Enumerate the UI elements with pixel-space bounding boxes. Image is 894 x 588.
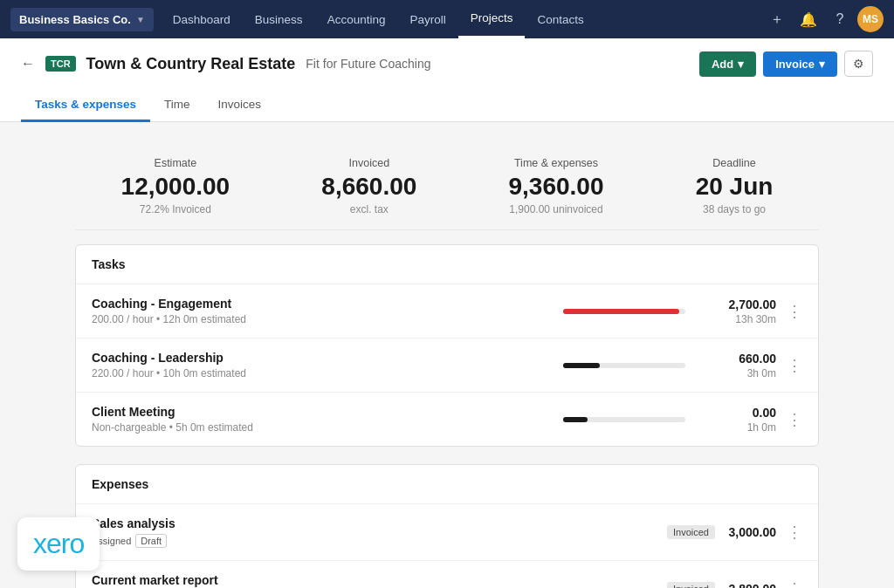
project-actions: Add ▾ Invoice ▾ ⚙: [699, 51, 873, 77]
task-meta: 220.00 / hour • 10h 0m estimated: [92, 367, 542, 379]
tasks-section-header: Tasks: [76, 245, 818, 284]
back-button[interactable]: ←: [21, 56, 35, 72]
stat-estimate-value: 12,000.00: [121, 173, 230, 201]
expense-name: Sales analysis: [92, 516, 667, 530]
stats-row: Estimate 12,000.00 72.2% Invoiced Invoic…: [75, 140, 819, 230]
stat-invoiced: Invoiced 8,660.00 excl. tax: [321, 157, 416, 215]
task-time: 3h 0m: [706, 367, 776, 379]
stat-invoiced-value: 8,660.00: [321, 173, 416, 201]
task-progress-bar: [563, 417, 685, 422]
nav-projects[interactable]: Projects: [458, 0, 526, 38]
org-badge: TCR: [45, 56, 76, 72]
stat-deadline-sub: 38 days to go: [696, 203, 774, 215]
task-time: 1h 0m: [706, 421, 776, 434]
stat-deadline-label: Deadline: [696, 157, 774, 169]
task-menu-button[interactable]: ⋮: [787, 410, 802, 429]
expense-menu-button[interactable]: ⋮: [787, 523, 802, 542]
stat-time-expenses-sub: 1,900.00 uninvoiced: [509, 203, 604, 215]
brand-chevron-icon: ▼: [136, 15, 145, 24]
nav-payroll[interactable]: Payroll: [397, 0, 457, 38]
stat-invoiced-sub: excl. tax: [321, 203, 416, 215]
stat-deadline: Deadline 20 Jun 38 days to go: [696, 157, 774, 215]
progress-fill: [563, 417, 588, 422]
nav-business[interactable]: Business: [243, 0, 315, 38]
progress-track: [563, 363, 685, 368]
table-row: Sales analysis Assigned Draft Invoiced 3…: [76, 504, 818, 561]
task-progress-bar: [563, 309, 685, 314]
task-name: Coaching - Engagement: [92, 297, 542, 311]
task-info: Coaching - Leadership 220.00 / hour • 10…: [92, 351, 542, 379]
expenses-section-header: Expenses: [76, 465, 818, 504]
invoiced-badge: Invoiced: [667, 525, 715, 539]
expense-meta: Assigned Draft: [92, 534, 667, 548]
expense-menu-button[interactable]: ⋮: [787, 579, 802, 588]
task-name: Client Meeting: [92, 405, 542, 419]
expenses-section: Expenses Sales analysis Assigned Draft I…: [75, 464, 819, 588]
task-amounts: 0.00 1h 0m: [706, 406, 776, 434]
task-name: Coaching - Leadership: [92, 351, 542, 365]
settings-button[interactable]: ⚙: [844, 51, 873, 77]
tab-time[interactable]: Time: [150, 89, 204, 122]
help-icon[interactable]: ?: [826, 5, 854, 33]
tab-tasks-expenses[interactable]: Tasks & expenses: [21, 89, 150, 122]
brand-menu[interactable]: Business Basics Co. ▼: [10, 8, 154, 31]
nav-links: Dashboard Business Accounting Payroll Pr…: [161, 0, 763, 38]
invoice-chevron-icon: ▾: [819, 58, 825, 71]
expense-name: Current market report: [92, 573, 667, 587]
task-amount: 660.00: [706, 352, 776, 366]
nav-right-actions: ＋ 🔔 ? MS: [763, 5, 884, 33]
table-row: Coaching - Leadership 220.00 / hour • 10…: [76, 338, 818, 393]
tasks-section: Tasks Coaching - Engagement 200.00 / hou…: [75, 244, 819, 447]
task-amount: 2,700.00: [706, 297, 776, 311]
expense-info: Sales analysis Assigned Draft: [92, 516, 667, 548]
progress-track: [563, 417, 685, 422]
main-content: Estimate 12,000.00 72.2% Invoiced Invoic…: [54, 140, 840, 588]
add-chevron-icon: ▾: [738, 58, 744, 71]
tab-bar: Tasks & expenses Time Invoices: [21, 85, 873, 121]
expense-info: Current market report Assigned Draft: [92, 573, 667, 588]
progress-track: [563, 309, 685, 314]
project-title: Town & Country Real Estate: [86, 55, 296, 73]
expense-amount: 3,000.00: [715, 525, 776, 539]
task-info: Coaching - Engagement 200.00 / hour • 12…: [92, 297, 542, 325]
stat-estimate-sub: 72.2% Invoiced: [121, 203, 230, 215]
nav-dashboard[interactable]: Dashboard: [161, 0, 243, 38]
invoice-button[interactable]: Invoice ▾: [763, 51, 837, 77]
project-subtitle: Fit for Future Coaching: [306, 57, 430, 71]
nav-contacts[interactable]: Contacts: [525, 0, 595, 38]
table-row: Current market report Assigned Draft Inv…: [76, 561, 818, 588]
task-menu-button[interactable]: ⋮: [787, 302, 802, 321]
stat-deadline-value: 20 Jun: [696, 173, 774, 201]
progress-fill: [563, 309, 679, 314]
task-amount: 0.00: [706, 406, 776, 420]
stat-time-expenses-label: Time & expenses: [509, 157, 604, 169]
xero-logo: xero: [17, 517, 100, 571]
add-icon[interactable]: ＋: [763, 5, 791, 33]
task-menu-button[interactable]: ⋮: [787, 356, 802, 375]
stat-estimate: Estimate 12,000.00 72.2% Invoiced: [121, 157, 230, 215]
task-amounts: 660.00 3h 0m: [706, 352, 776, 379]
task-amounts: 2,700.00 13h 30m: [706, 297, 776, 325]
xero-brand: xero: [33, 528, 84, 560]
add-button[interactable]: Add ▾: [699, 51, 756, 77]
task-progress-bar: [563, 363, 685, 368]
stat-estimate-label: Estimate: [121, 157, 230, 169]
task-info: Client Meeting Non-chargeable • 5h 0m es…: [92, 405, 542, 434]
nav-accounting[interactable]: Accounting: [315, 0, 398, 38]
task-meta: 200.00 / hour • 12h 0m estimated: [92, 313, 542, 325]
invoiced-badge: Invoiced: [667, 582, 715, 588]
task-time: 13h 30m: [706, 313, 776, 325]
brand-label: Business Basics Co.: [19, 13, 131, 26]
top-navigation: Business Basics Co. ▼ Dashboard Business…: [0, 0, 894, 38]
table-row: Client Meeting Non-chargeable • 5h 0m es…: [76, 393, 818, 446]
table-row: Coaching - Engagement 200.00 / hour • 12…: [76, 284, 818, 338]
progress-fill: [563, 363, 600, 368]
tab-invoices[interactable]: Invoices: [204, 89, 276, 122]
notifications-icon[interactable]: 🔔: [794, 5, 822, 33]
stat-invoiced-label: Invoiced: [321, 157, 416, 169]
draft-badge: Draft: [135, 534, 167, 548]
task-meta: Non-chargeable • 5h 0m estimated: [92, 421, 542, 434]
stat-time-expenses-value: 9,360.00: [509, 173, 604, 201]
sub-header: ← TCR Town & Country Real Estate Fit for…: [0, 38, 894, 122]
avatar[interactable]: MS: [857, 6, 884, 32]
